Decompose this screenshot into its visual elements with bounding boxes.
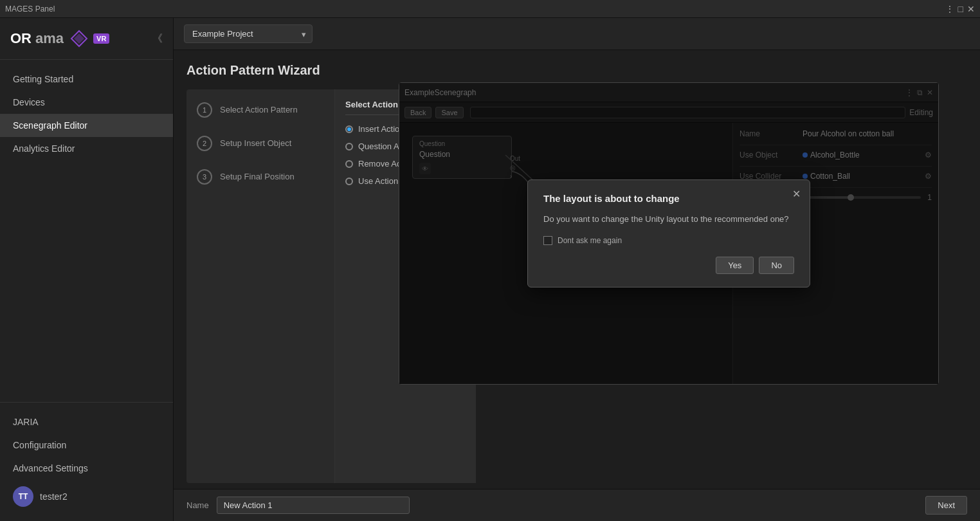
- app-layout: OR ama VR 《 Getting Started Devices Scen…: [0, 18, 980, 521]
- step-3-circle: 3: [197, 169, 212, 185]
- project-select-wrap: Example Project: [184, 24, 313, 43]
- bottom-bar: Name Next: [174, 489, 980, 521]
- step-2-circle: 2: [197, 136, 212, 151]
- step-2: 2 Setup Insert Object: [197, 136, 324, 151]
- sidebar-item-devices[interactable]: Devices: [0, 91, 173, 114]
- logo-diamond-icon: [70, 30, 88, 48]
- title-bar: MAGES Panel ⋮ □ ✕: [0, 0, 980, 18]
- action-radio-question[interactable]: [345, 143, 353, 151]
- modal-body: Do you want to change the Unity layout t…: [543, 213, 794, 226]
- sidebar-item-jaria[interactable]: JARIA: [0, 410, 173, 434]
- sidebar-item-advanced-settings[interactable]: Advanced Settings: [0, 457, 173, 480]
- logo-vr-badge: VR: [93, 33, 109, 44]
- modal-title: The layout is about to change: [543, 193, 794, 204]
- next-button[interactable]: Next: [925, 496, 967, 515]
- action-radio-use[interactable]: [345, 178, 353, 185]
- step-1-circle: 1: [197, 102, 212, 118]
- name-input[interactable]: [217, 497, 410, 514]
- step-3: 3 Setup Final Position: [197, 169, 324, 185]
- wizard-title: Action Pattern Wizard: [186, 63, 967, 78]
- modal-buttons: Yes No: [543, 257, 794, 274]
- modal-dialog: The layout is about to change ✕ Do you w…: [527, 179, 810, 288]
- modal-yes-button[interactable]: Yes: [716, 257, 754, 274]
- main-content: Example Project Action Pattern Wizard 1 …: [174, 18, 980, 521]
- modal-close-button[interactable]: ✕: [792, 189, 801, 199]
- sidebar-item-configuration[interactable]: Configuration: [0, 434, 173, 457]
- name-field-row: Name: [186, 497, 925, 514]
- titlebar-maximize-icon[interactable]: □: [958, 4, 963, 14]
- sidebar-collapse-button[interactable]: 《: [152, 32, 163, 46]
- modal-no-button[interactable]: No: [759, 257, 794, 274]
- modal-overlay: The layout is about to change ✕ Do you w…: [399, 83, 938, 384]
- user-avatar: TT: [13, 486, 33, 507]
- modal-dont-ask-label: Dont ask me again: [558, 236, 622, 245]
- action-radio-insert[interactable]: [345, 125, 353, 133]
- sidebar-item-getting-started[interactable]: Getting Started: [0, 68, 173, 91]
- top-bar: Example Project: [174, 18, 980, 50]
- modal-dont-ask-checkbox[interactable]: [543, 236, 552, 245]
- action-use-label: Use Action: [358, 176, 398, 186]
- action-insert-label: Insert Action: [358, 124, 404, 134]
- name-field-label: Name: [186, 500, 209, 510]
- logo-or: OR: [10, 30, 32, 47]
- sidebar-user: TT tester2: [0, 480, 173, 513]
- sidebar-item-scenegraph-editor[interactable]: Scenegraph Editor: [0, 114, 173, 137]
- sidebar-bottom: JARIA Configuration Advanced Settings TT…: [0, 402, 173, 521]
- sidebar-nav: Getting Started Devices Scenegraph Edito…: [0, 60, 173, 402]
- sidebar: OR ama VR 《 Getting Started Devices Scen…: [0, 18, 174, 521]
- sidebar-item-analytics-editor[interactable]: Analytics Editor: [0, 137, 173, 160]
- app-title: MAGES Panel: [5, 5, 55, 14]
- titlebar-menu-icon[interactable]: ⋮: [945, 4, 954, 14]
- modal-checkbox-row: Dont ask me again: [543, 236, 794, 245]
- step-3-label: Setup Final Position: [220, 169, 295, 183]
- titlebar-close-icon[interactable]: ✕: [967, 4, 975, 14]
- scenegraph-window: ExampleScenegraph ⋮ ⧉ ✕ Back Save Editin…: [399, 82, 939, 385]
- step-1-label: Select Action Pattern: [220, 102, 298, 116]
- steps-panel: 1 Select Action Pattern 2 Setup Insert O…: [186, 89, 334, 483]
- wizard-area: Action Pattern Wizard 1 Select Action Pa…: [174, 50, 980, 489]
- sidebar-logo: OR ama VR 《: [0, 18, 173, 60]
- project-select[interactable]: Example Project: [184, 24, 313, 43]
- username-label: tester2: [40, 491, 68, 502]
- logo-ama: ama: [35, 30, 64, 47]
- step-2-label: Setup Insert Object: [220, 136, 291, 149]
- action-radio-remove[interactable]: [345, 160, 353, 168]
- step-1: 1 Select Action Pattern: [197, 102, 324, 118]
